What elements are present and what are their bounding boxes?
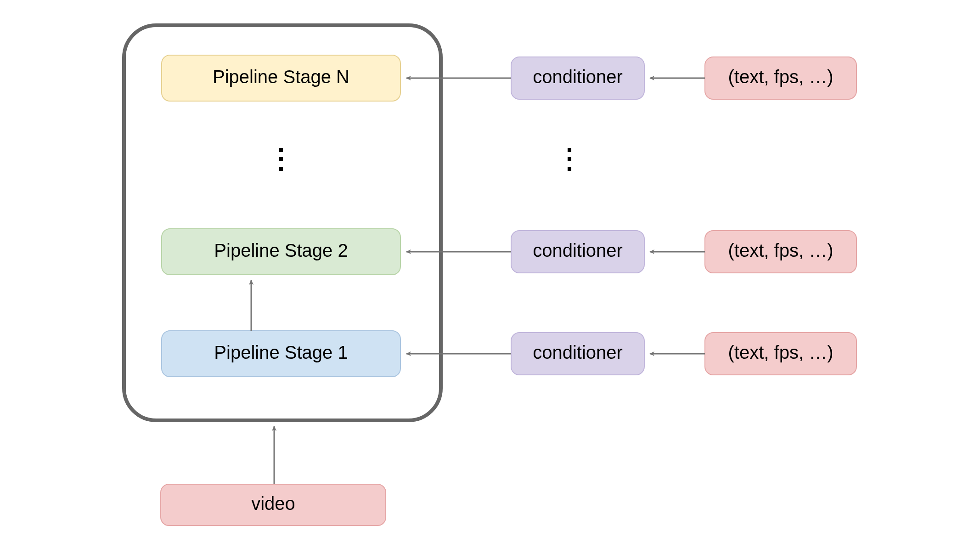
conditioner-1-box: conditioner bbox=[511, 333, 644, 375]
pipeline-stage-n-label: Pipeline Stage N bbox=[213, 67, 349, 87]
input-n-label: (text, fps, …) bbox=[728, 67, 834, 87]
pipeline-diagram: Pipeline Stage N ⋮ Pipeline Stage 2 Pipe… bbox=[0, 0, 980, 543]
pipeline-stage-1-label: Pipeline Stage 1 bbox=[214, 342, 348, 362]
pipeline-stage-2-label: Pipeline Stage 2 bbox=[214, 240, 348, 260]
input-2-label: (text, fps, …) bbox=[728, 240, 834, 260]
video-box: video bbox=[161, 484, 386, 526]
pipeline-stage-2-box: Pipeline Stage 2 bbox=[162, 229, 400, 275]
conditioner-n-box: conditioner bbox=[511, 57, 644, 99]
conditioner-n-label: conditioner bbox=[533, 67, 623, 87]
ellipsis-right: ⋮ bbox=[556, 143, 583, 174]
input-n-box: (text, fps, …) bbox=[705, 57, 856, 99]
pipeline-stage-n-box: Pipeline Stage N bbox=[162, 55, 400, 101]
conditioner-2-box: conditioner bbox=[511, 231, 644, 273]
conditioner-2-label: conditioner bbox=[533, 240, 623, 260]
input-1-box: (text, fps, …) bbox=[705, 333, 856, 375]
input-2-box: (text, fps, …) bbox=[705, 231, 856, 273]
conditioner-1-label: conditioner bbox=[533, 342, 623, 362]
input-1-label: (text, fps, …) bbox=[728, 342, 834, 362]
pipeline-stage-1-box: Pipeline Stage 1 bbox=[162, 331, 400, 377]
video-label: video bbox=[251, 493, 295, 514]
ellipsis-left: ⋮ bbox=[267, 143, 295, 174]
